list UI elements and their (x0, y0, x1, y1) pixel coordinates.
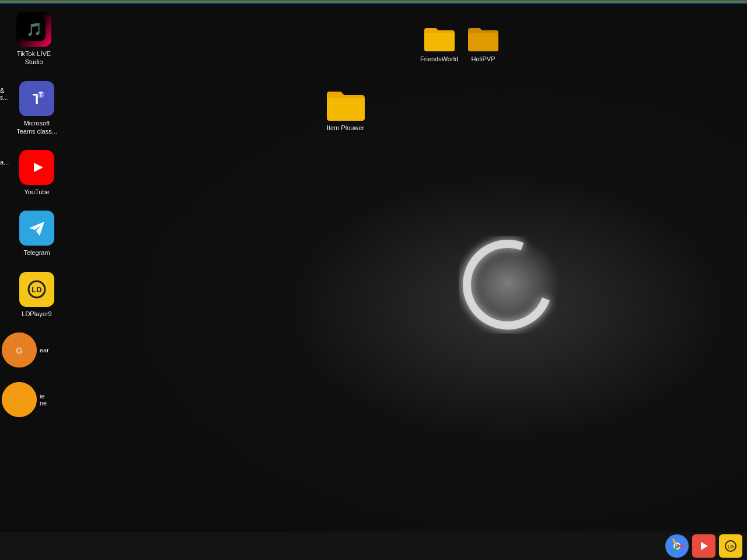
ldplayer-svg: LD (25, 277, 49, 302)
taskbar: LD (0, 532, 747, 560)
power-button-svg (444, 216, 572, 344)
svg-text:🎵: 🎵 (26, 22, 43, 37)
teams-label: Microsoft Teams class... (16, 119, 57, 136)
teams-svg: T T (25, 86, 49, 111)
taskbar-icons-area: LD (665, 534, 742, 558)
folder-svg-plouwer (326, 88, 365, 121)
microsoft-teams-icon[interactable]: T T Microsoft Teams class... (11, 81, 63, 136)
telegram-icon[interactable]: Telegram (11, 211, 63, 257)
chrome-taskbar-icon[interactable] (665, 534, 689, 558)
telegram-label: Telegram (23, 249, 50, 257)
item-plouwer-folder[interactable]: Item Plouwer (326, 88, 365, 132)
media-player-svg (696, 538, 711, 554)
youtube-label: YouTube (24, 188, 49, 196)
youtube-svg (25, 155, 49, 180)
svg-text:LD: LD (32, 285, 41, 294)
svg-point-15 (2, 382, 37, 417)
friendsworld-folder[interactable]: FriendsWorld (420, 24, 458, 63)
media-player-taskbar-icon[interactable] (692, 534, 715, 558)
tiktok-svg: 🎵 (22, 18, 46, 41)
tiktok-live-studio-icon[interactable]: 🎵 TikTok LIVE Studio (8, 12, 60, 66)
partial-ear-label: ear (40, 346, 49, 354)
ldplayer-label: LDPlayer9 (22, 310, 51, 318)
chrome-svg (669, 538, 685, 554)
telegram-svg (25, 216, 49, 240)
partial-ie-label: iene (40, 393, 47, 407)
partial-bottom-icon2[interactable]: iene (11, 382, 47, 417)
partial-a-label: a... (0, 159, 12, 166)
folder-svg-friendsworld (423, 24, 456, 52)
svg-text:T: T (39, 92, 43, 98)
partial-circle-svg: G (2, 332, 37, 368)
youtube-icon[interactable]: YouTube (11, 150, 63, 196)
sidebar: 🎵 TikTok LIVE Studio &s... T (0, 12, 76, 417)
power-watermark (444, 216, 572, 344)
friendsworld-label: FriendsWorld (420, 55, 458, 63)
item-plouwer-folder-icon (326, 88, 365, 121)
friendsworld-folder-icon (423, 24, 456, 52)
ldplayer9-icon[interactable]: LD LDPlayer9 (11, 272, 63, 318)
item-plouwer-label: Item Plouwer (327, 124, 364, 132)
top-color-lines (0, 0, 747, 5)
ldplayer-taskbar-svg: LD (723, 538, 738, 554)
holipvp-folder[interactable]: HoliPVP (467, 24, 500, 63)
holipvp-label: HoliPVP (472, 55, 495, 63)
folder-svg-holipvp (467, 24, 500, 52)
partial-bottom-icon1[interactable]: G ear (11, 332, 49, 368)
partial-circle2-svg (2, 382, 37, 417)
svg-text:LD: LD (728, 544, 734, 550)
tiktok-label: TikTok LIVE Studio (17, 50, 51, 66)
partial-icon-label: &s... (0, 87, 12, 101)
holipvp-folder-icon (467, 24, 500, 52)
svg-text:G: G (16, 346, 23, 355)
ldplayer-taskbar-icon[interactable]: LD (719, 534, 742, 558)
desktop: 🎵 TikTok LIVE Studio &s... T (0, 0, 747, 560)
